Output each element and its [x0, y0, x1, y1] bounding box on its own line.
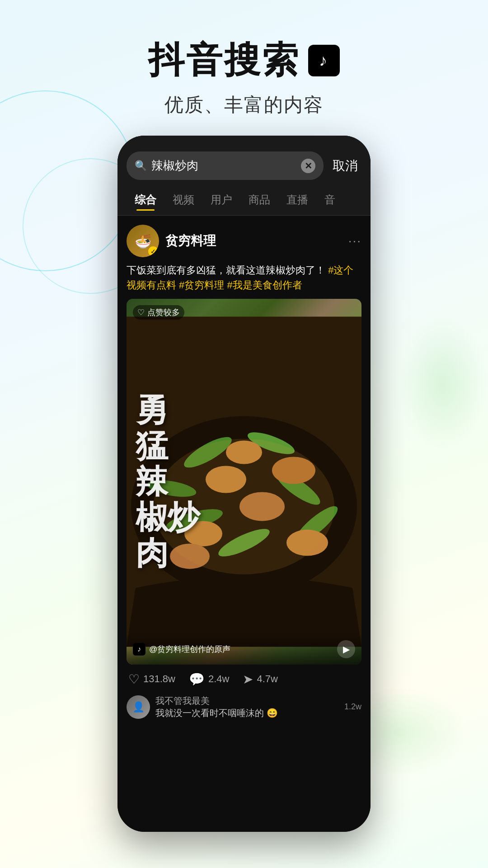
username-label[interactable]: 贫穷料理: [165, 232, 348, 250]
overlay-line-4: 椒炒: [136, 500, 199, 535]
search-bar-area: 🔍 辣椒炒肉 ✕ 取消: [117, 136, 371, 184]
app-subtitle: 优质、丰富的内容: [0, 92, 488, 118]
tab-用户[interactable]: 用户: [202, 189, 240, 211]
play-button[interactable]: ▶: [337, 640, 355, 658]
tiktok-small-icon: ♪: [133, 643, 145, 656]
share-count: 4.7w: [257, 673, 277, 685]
commenter-avatar: 👤: [127, 695, 150, 719]
commenter-name: 我不管我最美: [155, 695, 339, 707]
tab-直播[interactable]: 直播: [278, 189, 316, 211]
post-user-card: 🍜 ✓ 贫穷料理 ···: [127, 225, 361, 257]
comment-likes-count: 1.2w: [344, 702, 361, 712]
comment-preview: 👤 我不管我最美 我就没一次看时不咽唾沫的 😄 1.2w: [127, 695, 361, 719]
phone-frame: 🔍 辣椒炒肉 ✕ 取消 综合 视频 用户: [117, 136, 371, 832]
tab-商品[interactable]: 商品: [240, 189, 278, 211]
comment-content: 我不管我最美 我就没一次看时不咽唾沫的 😄: [155, 695, 339, 719]
search-results-content: 🍜 ✓ 贫穷料理 ··· 下饭菜到底有多凶猛，就看这道辣椒炒肉了！ #这个视频有…: [117, 216, 371, 728]
comment-count: 2.4w: [208, 673, 229, 685]
title-text: 抖音搜索: [148, 36, 300, 85]
search-query-text: 辣椒炒肉: [151, 158, 296, 174]
overlay-line-1: 勇: [136, 392, 167, 428]
post-description: 下饭菜到底有多凶猛，就看这道辣椒炒肉了！ #这个视频有点料 #贫穷料理 #我是美…: [127, 263, 361, 292]
overlay-line-3: 辣: [136, 464, 167, 500]
video-bottom-bar: ♪ @贫穷料理创作的原声 ▶: [127, 631, 361, 665]
bg-decoration-blob-right: [398, 316, 488, 452]
comment-interaction[interactable]: 💬 2.4w: [189, 672, 229, 687]
cancel-search-button[interactable]: 取消: [329, 157, 361, 175]
tab-音[interactable]: 音: [316, 189, 343, 211]
search-tab-bar: 综合 视频 用户 商品 直播 音: [117, 184, 371, 216]
search-input-wrapper[interactable]: 🔍 辣椒炒肉 ✕: [127, 151, 324, 180]
interaction-bar: ♡ 131.8w 💬 2.4w ➤ 4.7w: [127, 672, 361, 687]
comment-text: 我就没一次看时不咽唾沫的 😄: [155, 707, 339, 719]
share-icon: ➤: [243, 672, 253, 687]
video-thumbnail[interactable]: 勇 猛 辣 椒炒 肉 ♡ 点赞较多 ♪ @贫穷料理创作的原声: [127, 299, 361, 665]
tab-视频[interactable]: 视频: [164, 189, 202, 211]
share-interaction[interactable]: ➤ 4.7w: [243, 672, 277, 687]
heart-icon: ♡: [128, 672, 140, 687]
clear-search-button[interactable]: ✕: [301, 159, 315, 173]
phone-screen: 🔍 辣椒炒肉 ✕ 取消 综合 视频 用户: [117, 136, 371, 832]
header-section: 抖音搜索 ♪ 优质、丰富的内容: [0, 0, 488, 136]
verified-badge: ✓: [148, 246, 158, 256]
tab-综合[interactable]: 综合: [127, 189, 164, 211]
like-badge: ♡ 点赞较多: [133, 305, 184, 320]
more-options-button[interactable]: ···: [348, 234, 361, 248]
post-main-text: 下饭菜到底有多凶猛，就看这道辣椒炒肉了！: [127, 264, 325, 276]
video-overlay-text: 勇 猛 辣 椒炒 肉: [127, 299, 361, 665]
avatar: 🍜 ✓: [127, 225, 159, 257]
comment-icon: 💬: [189, 672, 205, 687]
tiktok-logo-icon: ♪: [308, 45, 340, 76]
heart-icon-small: ♡: [137, 307, 145, 317]
phone-mockup: 🔍 辣椒炒肉 ✕ 取消 综合 视频 用户: [117, 136, 371, 832]
overlay-line-5: 肉: [136, 535, 167, 571]
search-icon: 🔍: [135, 160, 147, 172]
sound-text: @贫穷料理创作的原声: [149, 644, 333, 655]
like-count: 131.8w: [143, 673, 175, 685]
like-interaction[interactable]: ♡ 131.8w: [128, 672, 175, 687]
overlay-line-2: 猛: [136, 428, 167, 464]
app-title: 抖音搜索 ♪: [0, 36, 488, 85]
